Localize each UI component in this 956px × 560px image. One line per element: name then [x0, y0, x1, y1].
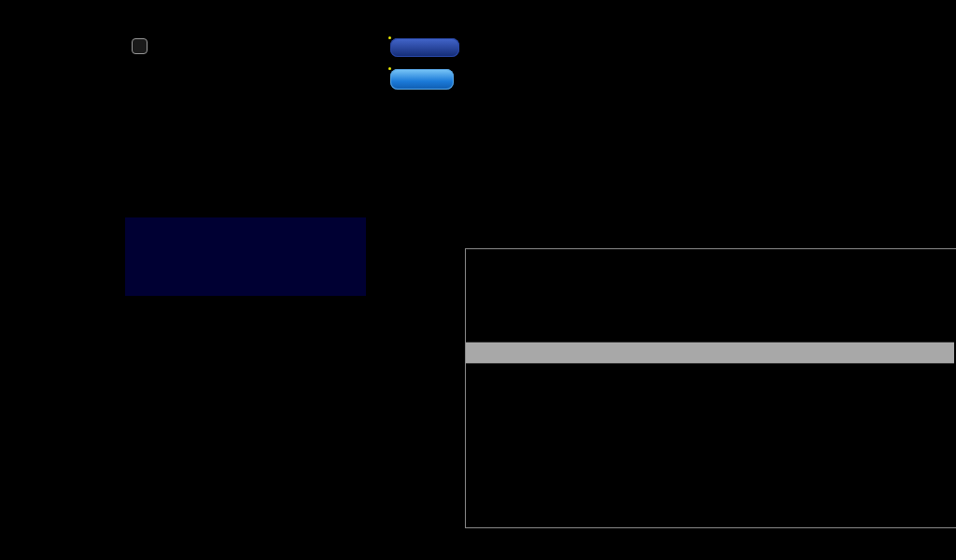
lo-frequency-row — [128, 38, 154, 54]
dsp-panel — [125, 217, 366, 296]
af-frequency-scale[interactable] — [466, 342, 954, 364]
phase-indicator — [375, 207, 465, 312]
freqmgr-led — [388, 36, 391, 39]
lo-auto-badge[interactable] — [132, 38, 148, 54]
freqmgr-button[interactable] — [390, 38, 459, 57]
s-meter — [2, 5, 120, 145]
extio-led — [388, 67, 391, 70]
af-spectrum-display[interactable] — [466, 362, 954, 525]
extio-button[interactable] — [390, 69, 454, 90]
af-waterfall-display[interactable] — [466, 249, 954, 342]
hdsdr-window — [0, 0, 956, 560]
af-spectrum-db-labels — [466, 362, 522, 525]
